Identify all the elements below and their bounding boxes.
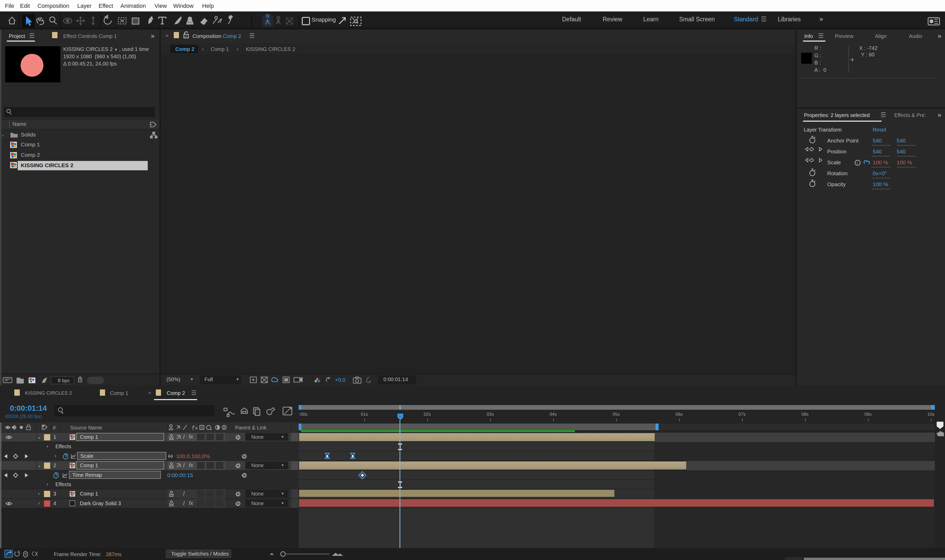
svg-text:i: i <box>857 161 858 165</box>
svg-text:Frame Render Time:: Frame Render Time: <box>54 551 102 557</box>
svg-text:Source Name: Source Name <box>70 425 102 431</box>
svg-text:8 bpc: 8 bpc <box>58 378 70 383</box>
svg-text:Toggle Switches / Modes: Toggle Switches / Modes <box>171 551 229 557</box>
svg-text:Parent & Link: Parent & Link <box>235 425 267 431</box>
svg-text:287ms: 287ms <box>106 551 122 557</box>
svg-text:#: # <box>53 425 56 431</box>
svg-text:+0,0: +0,0 <box>335 377 345 383</box>
